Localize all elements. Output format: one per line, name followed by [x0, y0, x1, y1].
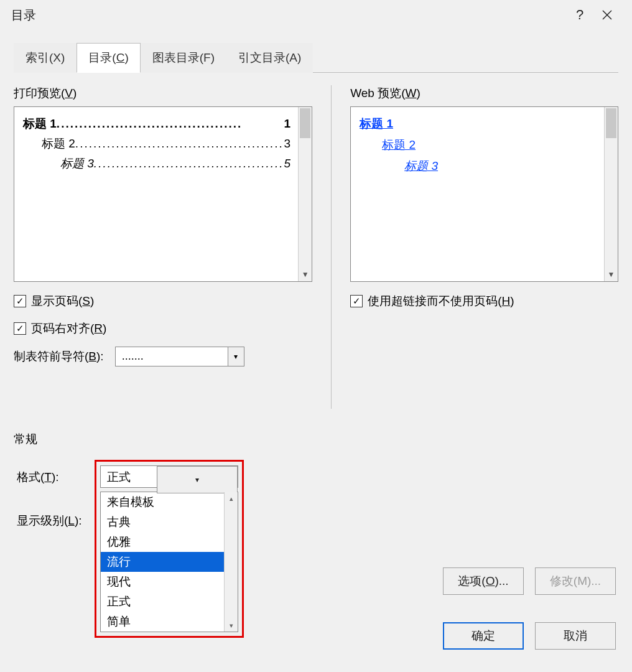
right-align-checkbox[interactable]: ✓ 页码右对齐(R): [14, 320, 312, 337]
options-button[interactable]: 选项(O)...: [443, 567, 524, 595]
print-line-2: 标题 2 ...................................…: [23, 136, 290, 152]
format-dropdown[interactable]: 正式 ▾: [100, 465, 238, 488]
chevron-down-icon[interactable]: ▾: [157, 466, 238, 493]
web-preview-box: 标题 1 标题 2 标题 3 ▲ ▼: [350, 106, 618, 282]
dialog-title: 目录: [11, 7, 566, 24]
title-bar: 目录 ?: [0, 0, 632, 30]
scroll-down-icon[interactable]: ▼: [299, 268, 312, 281]
help-icon[interactable]: ?: [566, 1, 593, 29]
web-preview-label: Web 预览(W): [350, 85, 618, 101]
web-link-1[interactable]: 标题 1: [360, 116, 597, 132]
general-section-title: 常规: [14, 431, 618, 447]
tab-leader-dropdown[interactable]: ....... ▾: [115, 347, 244, 366]
web-preview-scrollbar[interactable]: ▲ ▼: [604, 107, 618, 281]
web-link-3[interactable]: 标题 3: [404, 158, 597, 174]
show-level-label: 显示级别(L):: [17, 513, 82, 529]
format-option[interactable]: 古典: [101, 512, 224, 532]
chevron-down-icon[interactable]: ▾: [228, 347, 244, 366]
checkbox-icon: ✓: [14, 322, 26, 335]
scroll-down-icon[interactable]: ▼: [605, 268, 618, 281]
format-option[interactable]: 简单: [101, 612, 224, 632]
highlighted-area: 格式(T): 显示级别(L): 正式 ▾ 来自模板古典优雅流行现代正式简单 ▴ …: [95, 460, 244, 638]
format-label: 格式(T):: [17, 469, 59, 485]
tab-strip: 索引(X) 目录(C) 图表目录(F) 引文目录(A): [14, 42, 618, 73]
tab-leader-label: 制表符前导符(B):: [14, 348, 104, 365]
print-preview-box: 标题 1 ...................................…: [14, 106, 312, 282]
cancel-button[interactable]: 取消: [535, 622, 616, 650]
scroll-thumb[interactable]: [606, 108, 616, 138]
format-listbox[interactable]: 来自模板古典优雅流行现代正式简单 ▴ ▾: [100, 492, 238, 632]
print-preview-column: 打印预览(V) 标题 1 ...........................…: [14, 85, 312, 409]
dialog-button-row: 确定 取消: [443, 622, 616, 650]
ok-button[interactable]: 确定: [443, 622, 524, 650]
print-line-3: 标题 3 ...................................…: [23, 156, 290, 172]
scroll-down-icon[interactable]: ▾: [225, 619, 238, 632]
format-option[interactable]: 来自模板: [101, 492, 224, 512]
modify-button: 修改(M)...: [535, 567, 616, 595]
hyperlink-checkbox[interactable]: ✓ 使用超链接而不使用页码(H): [350, 293, 618, 309]
tab-toc[interactable]: 目录(C): [77, 43, 140, 73]
print-preview-scrollbar[interactable]: ▲ ▼: [298, 107, 312, 281]
checkbox-icon: ✓: [14, 295, 26, 307]
show-page-numbers-checkbox[interactable]: ✓ 显示页码(S): [14, 293, 312, 309]
web-preview-column: Web 预览(W) 标题 1 标题 2 标题 3 ▲ ▼ ✓ 使用超链接而不使用…: [350, 85, 618, 409]
close-icon[interactable]: [593, 1, 621, 29]
tab-index[interactable]: 索引(X): [14, 43, 77, 73]
print-preview-label: 打印预览(V): [14, 85, 312, 101]
format-option[interactable]: 正式: [101, 592, 224, 612]
format-option[interactable]: 现代: [101, 572, 224, 592]
divider: [331, 85, 332, 409]
checkbox-icon: ✓: [350, 295, 363, 307]
format-option[interactable]: 优雅: [101, 532, 224, 552]
tab-citations[interactable]: 引文目录(A): [226, 43, 313, 73]
option-button-row: 选项(O)... 修改(M)...: [443, 567, 616, 595]
format-option[interactable]: 流行: [101, 552, 224, 572]
web-link-2[interactable]: 标题 2: [382, 137, 597, 153]
print-line-1: 标题 1 ...................................…: [23, 116, 290, 132]
scroll-up-icon[interactable]: ▴: [225, 492, 238, 505]
tab-figures[interactable]: 图表目录(F): [141, 43, 226, 73]
scroll-thumb[interactable]: [300, 108, 310, 138]
listbox-scrollbar[interactable]: ▴ ▾: [224, 492, 238, 632]
